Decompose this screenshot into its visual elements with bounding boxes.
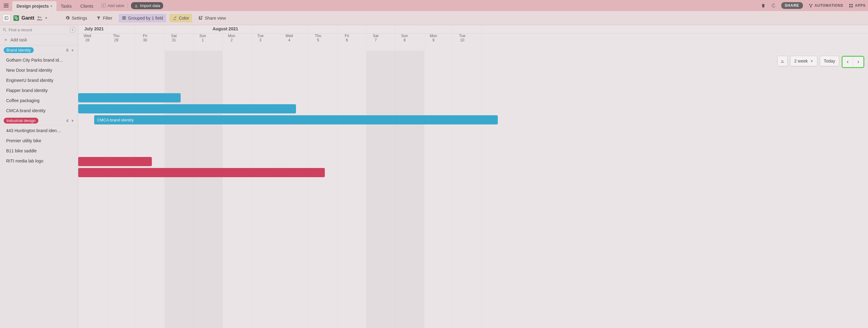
day-header: Sun1 <box>188 34 217 42</box>
import-data-button[interactable]: Import data <box>131 2 163 9</box>
collapse-sidebar-button[interactable] <box>70 27 75 32</box>
day-header: Sat31 <box>159 34 188 42</box>
apps-icon <box>849 3 853 8</box>
day-header: Wed28 <box>78 34 102 42</box>
add-table-button[interactable]: + Add table <box>101 3 125 8</box>
chevron-down-icon[interactable]: ▼ <box>71 48 74 52</box>
task-row[interactable]: Coffee packaging <box>0 96 78 106</box>
external-link-icon <box>198 15 203 20</box>
day-header: Tue10 <box>448 34 477 42</box>
group-pill: Brand identity <box>4 47 34 53</box>
history-button[interactable] <box>771 3 776 8</box>
filter-button[interactable]: Filter <box>93 14 115 22</box>
task-row[interactable]: CMCA brand identity <box>0 106 78 116</box>
tab-label: Clients <box>80 4 94 8</box>
today-button[interactable]: Today <box>820 56 839 66</box>
gantt-icon <box>13 15 19 21</box>
view-picker[interactable]: Gantt ▾ <box>13 15 47 21</box>
group-label: Grouped by 1 field <box>128 15 163 21</box>
topbar: Design projects ▾ Tasks Clients + Add ta… <box>0 0 868 11</box>
apps-label: APPS <box>855 3 866 8</box>
group-pill: Industrial design <box>4 118 38 124</box>
timeline-controls: 2 week ▼ Today <box>777 56 864 68</box>
chevron-down-icon: ▾ <box>45 16 47 20</box>
svg-rect-3 <box>849 4 850 5</box>
task-row[interactable]: New Door brand identity <box>0 65 78 75</box>
today-label: Today <box>824 59 835 63</box>
group-icon <box>122 15 126 20</box>
day-header: Fri6 <box>333 34 361 42</box>
day-header: Thu5 <box>304 34 333 42</box>
settings-label: Settings <box>72 15 87 21</box>
task-row[interactable]: RITI media lab logo <box>0 156 78 166</box>
task-row[interactable]: Flapper brand identity <box>0 86 78 96</box>
task-row[interactable]: EngineerU brand identity <box>0 75 78 86</box>
group-button[interactable]: Grouped by 1 field <box>119 14 166 22</box>
tab-clients[interactable]: Clients <box>76 1 98 11</box>
day-header: Mon9 <box>419 34 448 42</box>
day-header: Thu29 <box>102 34 131 42</box>
task-row[interactable]: 443 Huntington brand iden… <box>0 126 78 136</box>
download-button[interactable] <box>777 56 788 66</box>
svg-point-14 <box>3 28 5 30</box>
day-header: Mon2 <box>217 34 246 42</box>
chevron-left-icon <box>71 28 74 31</box>
trash-icon <box>761 3 766 8</box>
task-row[interactable]: Premier utility bike <box>0 136 78 146</box>
menu-button[interactable] <box>2 2 10 9</box>
search-icon <box>2 28 7 32</box>
share-view-label: Share view <box>205 15 226 21</box>
group-count: 6 <box>66 48 68 53</box>
color-label: Color <box>179 15 189 21</box>
find-record-row <box>0 25 78 35</box>
history-icon <box>771 3 776 8</box>
next-button[interactable] <box>853 57 863 67</box>
chevron-right-icon <box>856 60 860 64</box>
day-header: Tue3 <box>246 34 275 42</box>
add-task-label: Add task <box>10 37 27 42</box>
day-header: Wed4 <box>275 34 304 42</box>
add-task-button[interactable]: ＋ Add task <box>0 35 78 45</box>
day-header: Fri30 <box>131 34 159 42</box>
timeline[interactable]: July 2021August 2021 CMCA brand identity… <box>78 25 868 328</box>
share-button[interactable]: SHARE <box>781 2 803 9</box>
paint-icon <box>173 15 177 20</box>
group-header-industrial-design[interactable]: Industrial design 4 ▼ <box>0 116 78 126</box>
nav-arrows <box>842 56 864 68</box>
task-row[interactable]: Gotham City Parks brand id… <box>0 55 78 65</box>
plus-icon: + <box>101 3 106 8</box>
task-row[interactable]: B11 bike saddle <box>0 146 78 156</box>
svg-point-10 <box>40 17 41 18</box>
prev-button[interactable] <box>842 57 853 67</box>
main: ＋ Add task Brand identity 6 ▼ Gotham Cit… <box>0 25 868 328</box>
find-record-input[interactable] <box>8 28 68 32</box>
settings-button[interactable]: Settings <box>62 14 91 22</box>
svg-line-15 <box>5 30 6 32</box>
download-icon <box>780 59 785 63</box>
automations-icon <box>808 3 813 8</box>
automations-label: AUTOMATIONS <box>815 3 843 8</box>
sidebar-icon <box>4 16 8 20</box>
add-table-label: Add table <box>107 3 125 8</box>
svg-rect-11 <box>122 17 125 18</box>
tab-label: Tasks <box>61 4 72 8</box>
tab-tasks[interactable]: Tasks <box>56 1 76 11</box>
people-icon <box>37 15 42 21</box>
automations-button[interactable]: AUTOMATIONS <box>808 3 843 8</box>
trash-button[interactable] <box>761 3 766 8</box>
chevron-down-icon: ▼ <box>810 60 813 63</box>
date-range-select[interactable]: 2 week ▼ <box>790 56 817 66</box>
svg-point-9 <box>38 16 39 18</box>
svg-rect-7 <box>5 17 8 19</box>
toggle-sidebar-button[interactable] <box>2 14 10 22</box>
group-header-brand-identity[interactable]: Brand identity 6 ▼ <box>0 45 78 55</box>
day-header: Sat7 <box>361 34 390 42</box>
color-button[interactable]: Color <box>169 14 192 22</box>
filter-label: Filter <box>103 15 112 21</box>
share-view-button[interactable]: Share view <box>195 14 229 22</box>
chevron-down-icon[interactable]: ▼ <box>71 119 74 123</box>
tab-design-projects[interactable]: Design projects ▾ <box>12 1 56 11</box>
svg-rect-6 <box>851 6 852 7</box>
apps-button[interactable]: APPS <box>849 3 866 8</box>
top-right-actions: SHARE AUTOMATIONS APPS <box>761 2 866 9</box>
